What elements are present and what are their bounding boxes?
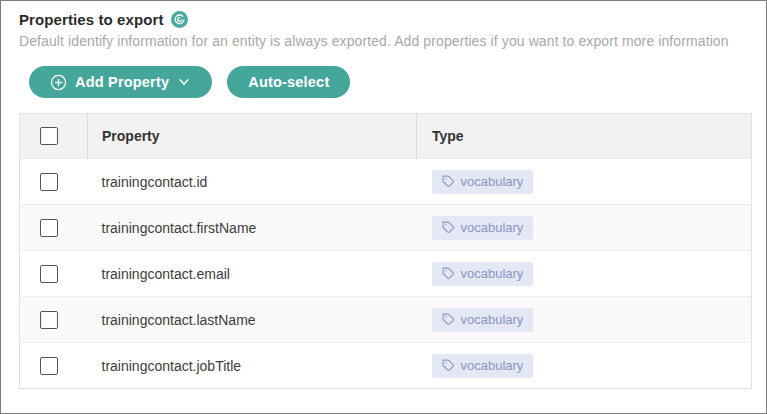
tag-icon <box>442 175 455 188</box>
vocabulary-chip-label: vocabulary <box>461 266 524 281</box>
toolbar: Add Property Auto-select <box>29 66 750 98</box>
vocabulary-chip: vocabulary <box>432 262 534 286</box>
property-name: trainingcontact.jobTitle <box>102 358 242 374</box>
row-checkbox[interactable] <box>40 311 58 329</box>
properties-table: Property Type trainingcontact.id <box>19 113 752 389</box>
tag-icon <box>442 221 455 234</box>
row-checkbox[interactable] <box>40 265 58 283</box>
add-property-button[interactable]: Add Property <box>29 66 212 98</box>
page-title: Properties to export <box>19 11 164 28</box>
vocabulary-chip: vocabulary <box>432 354 534 378</box>
vocabulary-chip: vocabulary <box>432 308 534 332</box>
vocabulary-chip: vocabulary <box>432 216 534 240</box>
vocabulary-chip-label: vocabulary <box>461 220 524 235</box>
add-property-label: Add Property <box>75 74 169 90</box>
properties-to-export-panel: Properties to export Default identify in… <box>0 0 767 414</box>
title-row: Properties to export <box>19 11 750 28</box>
table-row: trainingcontact.email vocabulary <box>20 251 752 297</box>
select-all-checkbox[interactable] <box>40 127 58 145</box>
property-name: trainingcontact.firstName <box>102 220 257 236</box>
auto-select-label: Auto-select <box>248 74 329 90</box>
plus-circle-icon <box>50 74 67 91</box>
vocabulary-chip-label: vocabulary <box>461 174 524 189</box>
vocabulary-chip-label: vocabulary <box>461 312 524 327</box>
table-header-row: Property Type <box>20 114 752 159</box>
table-row: trainingcontact.id vocabulary <box>20 159 752 205</box>
table-row: trainingcontact.firstName vocabulary <box>20 205 752 251</box>
row-checkbox[interactable] <box>40 173 58 191</box>
row-checkbox[interactable] <box>40 357 58 375</box>
tag-icon <box>442 359 455 372</box>
property-name: trainingcontact.email <box>102 266 230 282</box>
description-text: Default identify information for an enti… <box>19 33 750 49</box>
tag-icon <box>442 267 455 280</box>
auto-select-button[interactable]: Auto-select <box>227 66 350 98</box>
column-header-property: Property <box>88 114 417 159</box>
column-header-type: Type <box>417 114 752 159</box>
vocabulary-chip-label: vocabulary <box>461 358 524 373</box>
table-row: trainingcontact.lastName vocabulary <box>20 297 752 343</box>
property-name: trainingcontact.id <box>102 174 208 190</box>
tag-icon <box>442 313 455 326</box>
row-checkbox[interactable] <box>40 219 58 237</box>
swirl-badge-icon <box>171 11 188 28</box>
table-row: trainingcontact.jobTitle vocabulary <box>20 343 752 389</box>
vocabulary-chip: vocabulary <box>432 170 534 194</box>
property-name: trainingcontact.lastName <box>102 312 256 328</box>
chevron-down-icon <box>177 75 191 89</box>
